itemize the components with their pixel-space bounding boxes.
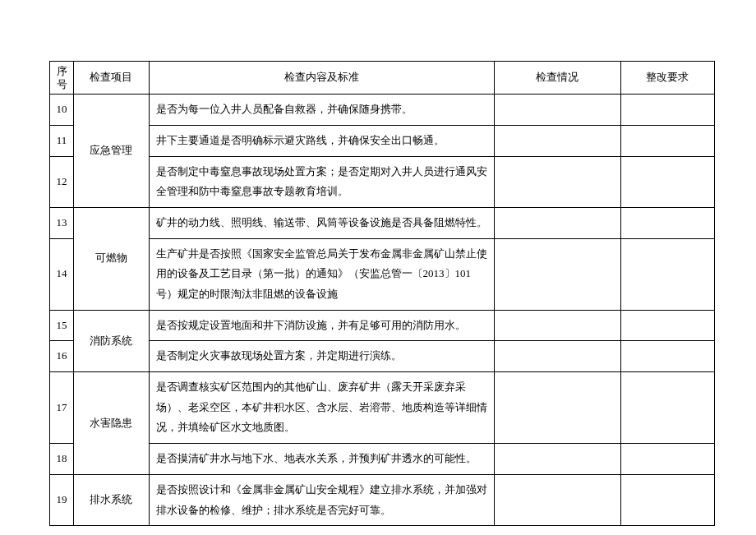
cell-stat [494,341,620,372]
cell-req [620,95,714,126]
cell-item-combustible: 可燃物 [74,207,150,310]
cell-req [620,156,714,207]
cell-std: 矿井的动力线、照明线、输送带、风筒等设备设施是否具备阻燃特性。 [149,207,494,238]
table-row: 18 是否摸清矿井水与地下水、地表水关系，并预判矿井透水的可能性。 [50,444,715,475]
cell-item-water-hazard: 水害隐患 [74,372,150,475]
cell-seq: 10 [50,95,74,126]
cell-item-emergency: 应急管理 [74,95,150,208]
cell-req [620,444,714,475]
cell-std: 是否为每一位入井人员配备自救器，并确保随身携带。 [149,95,494,126]
cell-stat [494,444,620,475]
header-stat: 检查情况 [494,62,620,95]
header-req: 整改要求 [620,62,714,95]
cell-std: 是否按规定设置地面和井下消防设施，并有足够可用的消防用水。 [149,310,494,341]
cell-stat [494,125,620,156]
cell-stat [494,310,620,341]
table-row: 11 井下主要通道是否明确标示避灾路线，并确保安全出口畅通。 [50,125,715,156]
table-row: 13 可燃物 矿井的动力线、照明线、输送带、风筒等设备设施是否具备阻燃特性。 [50,207,715,238]
cell-seq: 18 [50,444,74,475]
cell-seq: 13 [50,207,74,238]
cell-req [620,125,714,156]
cell-req [620,310,714,341]
table-row: 15 消防系统 是否按规定设置地面和井下消防设施，并有足够可用的消防用水。 [50,310,715,341]
cell-std: 是否摸清矿井水与地下水、地表水关系，并预判矿井透水的可能性。 [149,444,494,475]
table-row: 19 排水系统 是否按照设计和《金属非金属矿山安全规程》建立排水系统，并加强对排… [50,474,715,525]
cell-item-fire: 消防系统 [74,310,150,371]
cell-std: 是否按照设计和《金属非金属矿山安全规程》建立排水系统，并加强对排水设备的检修、维… [149,474,494,525]
table-row: 12 是否制定中毒窒息事故现场处置方案；是否定期对入井人员进行通风安全管理和防中… [50,156,715,207]
cell-std: 生产矿井是否按照《国家安全监管总局关于发布金属非金属矿山禁止使用的设备及工艺目录… [149,238,494,310]
cell-req [620,474,714,525]
cell-req [620,341,714,372]
cell-seq: 14 [50,238,74,310]
header-std: 检查内容及标准 [149,62,494,95]
table-row: 10 应急管理 是否为每一位入井人员配备自救器，并确保随身携带。 [50,95,715,126]
cell-seq: 11 [50,125,74,156]
cell-std: 井下主要通道是否明确标示避灾路线，并确保安全出口畅通。 [149,125,494,156]
cell-stat [494,95,620,126]
table-row: 16 是否制定火灾事故现场处置方案，并定期进行演练。 [50,341,715,372]
table-row: 17 水害隐患 是否调查核实矿区范围内的其他矿山、废弃矿井（露天开采废弃采场）、… [50,372,715,444]
cell-req [620,238,714,310]
cell-seq: 12 [50,156,74,207]
cell-req [620,372,714,444]
cell-std: 是否调查核实矿区范围内的其他矿山、废弃矿井（露天开采废弃采场）、老采空区，本矿井… [149,372,494,444]
cell-req [620,207,714,238]
cell-stat [494,372,620,444]
cell-std: 是否制定火灾事故现场处置方案，并定期进行演练。 [149,341,494,372]
inspection-table: 序号 检查项目 检查内容及标准 检查情况 整改要求 10 应急管理 是否为每一位… [49,61,715,526]
cell-seq: 17 [50,372,74,444]
cell-stat [494,207,620,238]
cell-seq: 19 [50,474,74,525]
table-row: 14 生产矿井是否按照《国家安全监管总局关于发布金属非金属矿山禁止使用的设备及工… [50,238,715,310]
header-item: 检查项目 [74,62,150,95]
cell-item-drainage: 排水系统 [74,474,150,525]
cell-stat [494,156,620,207]
header-seq: 序号 [50,62,74,95]
cell-stat [494,238,620,310]
cell-seq: 15 [50,310,74,341]
cell-seq: 16 [50,341,74,372]
cell-std: 是否制定中毒窒息事故现场处置方案；是否定期对入井人员进行通风安全管理和防中毒窒息… [149,156,494,207]
cell-stat [494,474,620,525]
